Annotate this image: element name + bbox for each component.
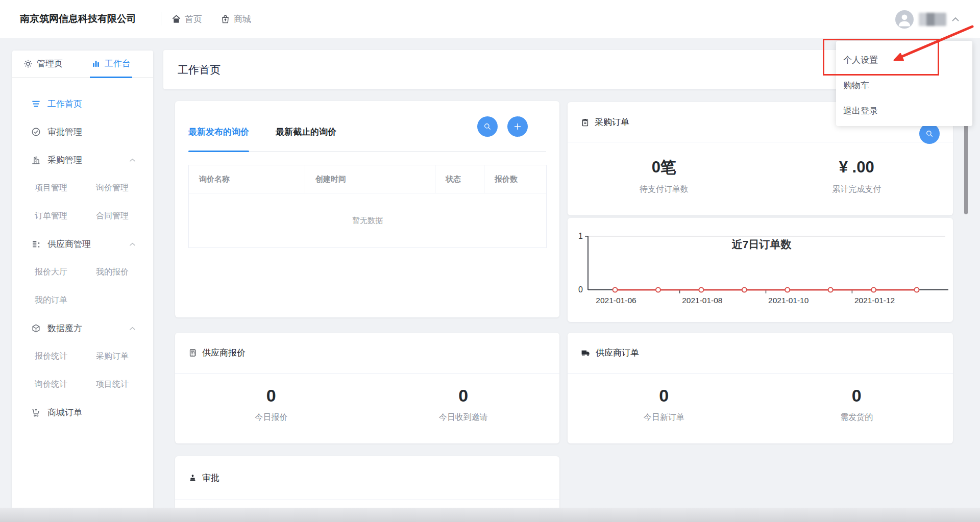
bar-chart-icon <box>91 59 101 68</box>
sidebar-item-project-mgmt[interactable]: 项目管理 <box>35 183 96 193</box>
orders-line-chart: 近7日订单数012021-01-062021-01-082021-01-1020… <box>568 218 953 322</box>
search-button[interactable] <box>477 116 498 137</box>
sidebar-menu: 工作首页 审批管理 采购管理 项目管理 询价管理 订单管理 合同管理 <box>12 78 153 427</box>
sidebar-item-contract-mgmt[interactable]: 合同管理 <box>96 211 153 221</box>
app-header: 南京筑网信息科技有限公司 首页 商城 <box>0 0 980 38</box>
list-dash-icon <box>31 239 41 249</box>
tab-latest-published-inquiries[interactable]: 最新发布的询价 <box>188 126 249 151</box>
stat-today-invitations: 0 今日收到邀请 <box>368 385 560 423</box>
home-icon <box>172 14 181 24</box>
table-header-row: 询价名称 创建时间 状态 报价数 <box>189 165 547 193</box>
empty-data-text: 暂无数据 <box>189 193 547 248</box>
sidebar-tabs: 管理页 工作台 <box>12 51 153 78</box>
svg-text:1: 1 <box>578 232 583 240</box>
gear-icon <box>23 59 33 68</box>
nav-mall-label: 商城 <box>234 13 251 25</box>
svg-text:2021-01-08: 2021-01-08 <box>682 296 722 305</box>
sidebar-item-my-orders[interactable]: 我的订单 <box>35 295 96 306</box>
top-nav: 首页 商城 <box>172 13 251 25</box>
sidebar-item-mall-orders[interactable]: 商城订单 <box>12 399 153 427</box>
truck-icon <box>581 348 591 358</box>
menu-item-logout[interactable]: 退出登录 <box>836 98 972 123</box>
tab-admin-page[interactable]: 管理页 <box>23 58 63 78</box>
supplier-quote-title: 供应商报价 <box>202 347 246 359</box>
search-icon <box>925 129 934 138</box>
user-menu-trigger[interactable] <box>895 0 960 38</box>
stat-pending-payment: 0笔 待支付订单数 <box>568 157 761 195</box>
sidebar-item-work-home[interactable]: 工作首页 <box>12 90 153 118</box>
avatar <box>895 10 914 29</box>
stat-today-new-orders: 0 今日新订单 <box>568 385 761 423</box>
tab-admin-label: 管理页 <box>37 58 63 69</box>
orders-chart-card: 近7日订单数012021-01-062021-01-082021-01-1020… <box>568 218 953 322</box>
sidebar-item-my-quotes[interactable]: 我的报价 <box>96 267 153 278</box>
sidebar-item-order-mgmt[interactable]: 订单管理 <box>35 211 96 221</box>
sidebar-item-inquiry-mgmt[interactable]: 询价管理 <box>96 183 153 193</box>
sidebar-item-purchase-mgmt[interactable]: 采购管理 <box>12 146 153 174</box>
menu-item-shopping-cart[interactable]: 购物车 <box>836 72 972 98</box>
nav-home-label: 首页 <box>185 13 202 25</box>
list-lines-icon <box>31 99 41 109</box>
menu-item-personal-settings[interactable]: 个人设置 <box>836 47 972 72</box>
user-dropdown-menu: 个人设置 购物车 退出登录 <box>836 41 972 126</box>
svg-text:2021-01-10: 2021-01-10 <box>768 296 809 305</box>
svg-text:2021-01-06: 2021-01-06 <box>596 296 636 305</box>
search-icon <box>483 122 492 131</box>
search-button[interactable] <box>919 123 940 144</box>
svg-text:0: 0 <box>578 285 583 294</box>
supplier-quote-header: 供应商报价 <box>175 333 559 374</box>
chevron-up-icon[interactable] <box>129 242 136 246</box>
chevron-up-icon <box>951 17 960 22</box>
chevron-up-icon[interactable] <box>129 158 136 162</box>
approval-card-title: 审批 <box>202 472 219 484</box>
purchase-card-title: 采购订单 <box>595 116 629 128</box>
sidebar-subgroup: 项目管理 询价管理 <box>12 174 153 202</box>
col-create-time: 创建时间 <box>305 165 435 193</box>
supplier-quote-stats: 0 今日报价 0 今日收到邀请 <box>175 374 559 423</box>
user-name-redacted <box>919 13 946 26</box>
sidebar-subgroup: 报价统计 采购订单 <box>12 342 153 370</box>
sidebar-item-quote-stats[interactable]: 报价统计 <box>35 351 96 362</box>
approval-card-header: 审批 <box>175 456 559 500</box>
sidebar-subgroup: 订单管理 合同管理 <box>12 202 153 230</box>
calculator-icon <box>188 349 197 357</box>
inquiry-card: 最新发布的询价 最新截止的询价 询价名称 创建时间 状态 报价数 暂无数据 <box>175 101 559 317</box>
supplier-order-title: 供应商订单 <box>596 347 639 359</box>
tab-latest-closed-inquiries[interactable]: 最新截止的询价 <box>276 126 336 151</box>
stat-total-paid: ¥ .00 累计完成支付 <box>761 157 953 195</box>
company-name: 南京筑网信息科技有限公司 <box>20 12 136 26</box>
supplier-order-header: 供应商订单 <box>568 333 953 374</box>
sidebar-item-project-stats[interactable]: 项目统计 <box>96 379 153 390</box>
stat-today-quotes: 0 今日报价 <box>175 385 368 423</box>
sidebar-item-inquiry-stats[interactable]: 询价统计 <box>35 379 96 390</box>
sidebar-item-supplier-mgmt[interactable]: 供应商管理 <box>12 230 153 258</box>
sidebar-item-quote-hall[interactable]: 报价大厅 <box>35 267 96 278</box>
col-quote-count: 报价数 <box>484 165 547 193</box>
tab-workbench-label: 工作台 <box>105 58 131 69</box>
svg-text:2021-01-12: 2021-01-12 <box>854 296 895 305</box>
plus-icon <box>513 122 522 131</box>
nav-mall[interactable]: 商城 <box>220 13 251 25</box>
svg-text:近7日订单数: 近7日订单数 <box>731 238 792 250</box>
clipboard-icon <box>581 118 590 127</box>
page-title: 工作首页 <box>178 63 220 77</box>
sidebar-subgroup: 报价大厅 我的报价 <box>12 258 153 286</box>
purchase-stats: 0笔 待支付订单数 ¥ .00 累计完成支付 <box>568 142 953 195</box>
sidebar: 管理页 工作台 工作首页 审批管理 采购管理 <box>12 51 153 510</box>
supplier-order-card: 供应商订单 0 今日新订单 0 需发货的 <box>568 333 953 443</box>
stamp-icon <box>188 474 197 482</box>
window-bottom-edge <box>0 508 980 522</box>
sidebar-item-purchase-orders[interactable]: 采购订单 <box>96 351 153 362</box>
sidebar-item-data-cube[interactable]: 数据魔方 <box>12 314 153 342</box>
nav-home[interactable]: 首页 <box>172 13 202 25</box>
header-divider <box>161 12 161 26</box>
sidebar-item-approval-mgmt[interactable]: 审批管理 <box>12 118 153 146</box>
chevron-up-icon[interactable] <box>129 327 136 331</box>
building-icon <box>31 156 41 165</box>
add-inquiry-button[interactable] <box>507 116 528 137</box>
tab-workbench[interactable]: 工作台 <box>91 58 131 78</box>
supplier-order-stats: 0 今日新订单 0 需发货的 <box>568 374 953 423</box>
table-empty-row: 暂无数据 <box>189 193 547 248</box>
cart-icon <box>31 408 41 417</box>
sidebar-subgroup: 我的订单 <box>12 286 153 314</box>
